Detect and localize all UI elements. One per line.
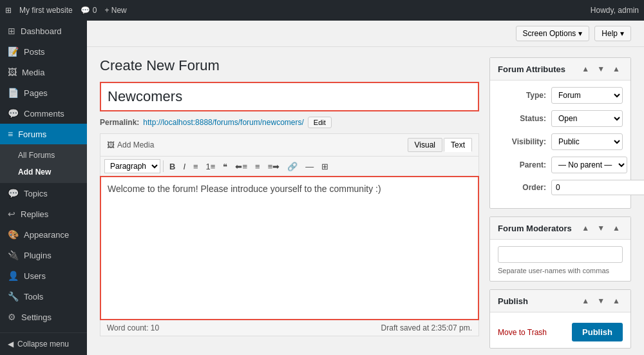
sidebar-item-tools[interactable]: 🔧 Tools bbox=[0, 286, 87, 307]
sidebar-item-media[interactable]: 🖼 Media bbox=[0, 62, 87, 82]
word-count-text: Word count: 10 bbox=[107, 323, 159, 332]
visibility-select[interactable]: Public Private bbox=[551, 133, 623, 150]
word-count-bar: Word count: 10 Draft saved at 2:35:07 pm… bbox=[100, 320, 479, 336]
tools-icon: 🔧 bbox=[8, 291, 19, 302]
sidebar-item-all-forums[interactable]: All Forums bbox=[0, 147, 87, 164]
sidebar-item-comments[interactable]: 💬 Comments bbox=[0, 103, 87, 124]
forum-attributes-body: Type: Forum Category Status: Open Closed bbox=[490, 81, 630, 208]
attributes-close[interactable]: ▲ bbox=[610, 63, 623, 75]
appearance-icon: 🎨 bbox=[8, 229, 19, 240]
attributes-collapse-up[interactable]: ▲ bbox=[579, 63, 592, 75]
more-button[interactable]: — bbox=[302, 160, 317, 173]
publish-close[interactable]: ▲ bbox=[610, 295, 623, 307]
sidebar-item-users[interactable]: 👤 Users bbox=[0, 265, 87, 286]
parent-select[interactable]: — No parent — bbox=[551, 157, 627, 173]
site-name[interactable]: My first website bbox=[19, 6, 73, 15]
ordered-list-button[interactable]: 1≡ bbox=[203, 160, 219, 173]
align-center-button[interactable]: ≡ bbox=[252, 160, 263, 173]
users-icon: 👤 bbox=[8, 271, 19, 281]
order-row: Order: bbox=[498, 180, 623, 195]
add-media-button[interactable]: 🖼 Add Media bbox=[107, 140, 154, 149]
page-title: Create New Forum bbox=[100, 57, 479, 74]
help-button[interactable]: Help ▾ bbox=[594, 26, 631, 41]
permalink-label: Permalink: bbox=[100, 118, 139, 127]
forum-moderators-header: Forum Moderators ▲ ▼ ▲ bbox=[490, 217, 630, 240]
forum-moderators-body: Separate user-names with commas bbox=[490, 240, 630, 281]
sidebar-item-add-new[interactable]: Add New bbox=[0, 164, 87, 180]
moderators-collapse-up[interactable]: ▲ bbox=[579, 222, 592, 234]
toolbar-toggle-button[interactable]: ⊞ bbox=[318, 160, 332, 173]
dashboard-icon: ⊞ bbox=[8, 26, 15, 36]
visibility-row: Visibility: Public Private bbox=[498, 133, 623, 150]
moderators-input[interactable] bbox=[498, 246, 623, 263]
settings-icon: ⚙ bbox=[8, 312, 16, 322]
order-label: Order: bbox=[498, 183, 546, 192]
admin-header-bar: Screen Options ▾ Help ▾ bbox=[87, 21, 644, 47]
forums-submenu: All Forums Add New bbox=[0, 144, 87, 183]
status-label: Status: bbox=[498, 114, 546, 123]
sidebar-item-settings[interactable]: ⚙ Settings bbox=[0, 307, 87, 327]
comment-icon: 💬 bbox=[80, 6, 90, 15]
parent-row: Parent: — No parent — bbox=[498, 157, 623, 173]
align-left-button[interactable]: ⬅≡ bbox=[232, 160, 251, 173]
text-tab[interactable]: Text bbox=[444, 138, 472, 152]
type-row: Type: Forum Category bbox=[498, 87, 623, 104]
media-plus-icon: 🖼 bbox=[107, 140, 115, 149]
paragraph-select[interactable]: Paragraph Heading 1 Heading 2 bbox=[104, 159, 160, 173]
visual-tab[interactable]: Visual bbox=[408, 138, 442, 152]
main-content: Screen Options ▾ Help ▾ Create New Forum… bbox=[87, 21, 644, 355]
forum-attributes-controls: ▲ ▼ ▲ bbox=[579, 63, 623, 75]
replies-icon: ↩ bbox=[8, 209, 15, 219]
howdy-text: Howdy, admin bbox=[591, 6, 639, 15]
blockquote-button[interactable]: ❝ bbox=[220, 160, 231, 173]
new-button[interactable]: + New bbox=[104, 6, 126, 15]
moderators-controls: ▲ ▼ ▲ bbox=[579, 222, 623, 234]
chevron-down-icon: ▾ bbox=[578, 29, 582, 38]
plugins-icon: 🔌 bbox=[8, 250, 19, 260]
moderators-collapse-down[interactable]: ▼ bbox=[594, 222, 607, 234]
publish-collapse-up[interactable]: ▲ bbox=[579, 295, 592, 307]
status-row: Status: Open Closed bbox=[498, 110, 623, 127]
sidebar-item-dashboard[interactable]: ⊞ Dashboard bbox=[0, 21, 87, 41]
sidebar-item-pages[interactable]: 📄 Pages bbox=[0, 82, 87, 103]
type-select[interactable]: Forum Category bbox=[551, 87, 623, 104]
collapse-menu-btn[interactable]: ◀ Collapse menu bbox=[0, 332, 87, 355]
sidebar-item-appearance[interactable]: 🎨 Appearance bbox=[0, 224, 87, 245]
comments-count-btn[interactable]: 💬 0 bbox=[80, 6, 97, 15]
permalink-url[interactable]: http://localhost:8888/forums/forum/newco… bbox=[143, 118, 303, 127]
sidebar-item-posts[interactable]: 📝 Posts bbox=[0, 41, 87, 62]
sidebar-item-forums[interactable]: ≡ Forums bbox=[0, 124, 87, 144]
moderators-close[interactable]: ▲ bbox=[610, 222, 623, 234]
italic-button[interactable]: I bbox=[180, 160, 189, 173]
move-to-trash-link[interactable]: Move to Trash bbox=[498, 328, 547, 337]
forum-attributes-header: Forum Attributes ▲ ▼ ▲ bbox=[490, 58, 630, 81]
publish-box: Publish ▲ ▼ ▲ Move to Trash Publish bbox=[489, 289, 631, 349]
sidebar: ⊞ Dashboard 📝 Posts 🖼 Media 📄 Pages 💬 Co… bbox=[0, 21, 87, 355]
comments-icon: 💬 bbox=[8, 108, 19, 119]
content-editor[interactable]: Welcome to the forum! Please introduce y… bbox=[100, 176, 479, 320]
link-button[interactable]: 🔗 bbox=[284, 160, 301, 173]
status-select[interactable]: Open Closed bbox=[551, 110, 623, 127]
publish-collapse-down[interactable]: ▼ bbox=[594, 295, 607, 307]
publish-button[interactable]: Publish bbox=[572, 323, 623, 341]
permalink-edit-button[interactable]: Edit bbox=[308, 117, 332, 128]
toolbar-separator bbox=[163, 160, 164, 172]
sidebar-item-topics[interactable]: 💬 Topics bbox=[0, 183, 87, 204]
align-right-button[interactable]: ≡➡ bbox=[265, 160, 283, 173]
attributes-collapse-down[interactable]: ▼ bbox=[594, 63, 607, 75]
moderators-hint: Separate user-names with commas bbox=[498, 267, 623, 274]
unordered-list-button[interactable]: ≡ bbox=[190, 160, 202, 173]
visual-text-tabs: Visual Text bbox=[408, 138, 472, 152]
posts-icon: 📝 bbox=[8, 46, 19, 57]
forum-title-input[interactable] bbox=[100, 82, 479, 111]
publish-header: Publish ▲ ▼ ▲ bbox=[490, 290, 630, 312]
sidebar-item-plugins[interactable]: 🔌 Plugins bbox=[0, 245, 87, 265]
sidebar-item-replies[interactable]: ↩ Replies bbox=[0, 204, 87, 224]
screen-options-button[interactable]: Screen Options ▾ bbox=[516, 26, 590, 41]
content-editable[interactable]: Welcome to the forum! Please introduce y… bbox=[108, 184, 471, 312]
forum-moderators-box: Forum Moderators ▲ ▼ ▲ Separate user-nam… bbox=[489, 216, 631, 282]
top-bar-right: Howdy, admin bbox=[591, 6, 639, 15]
add-media-bar: 🖼 Add Media Visual Text bbox=[100, 133, 479, 156]
order-input[interactable] bbox=[551, 180, 644, 195]
bold-button[interactable]: B bbox=[166, 160, 178, 173]
